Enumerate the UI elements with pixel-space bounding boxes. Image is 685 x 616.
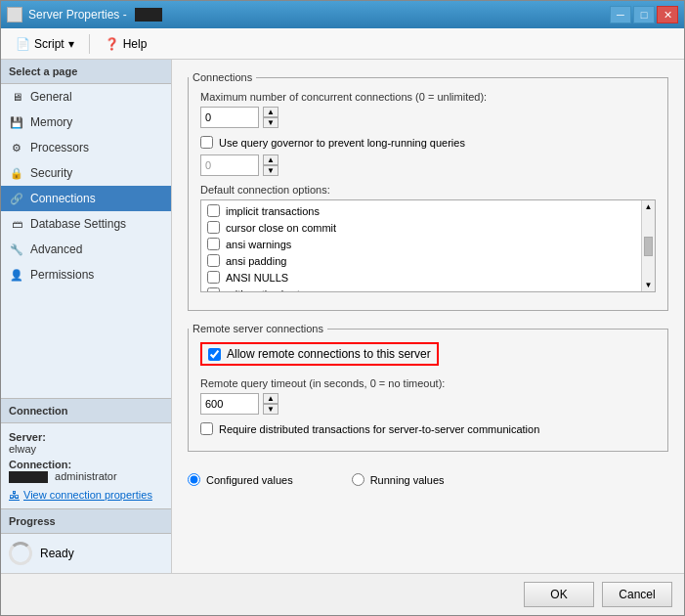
remote-timeout-input[interactable] <box>200 393 259 415</box>
server-value: elway <box>9 443 163 455</box>
help-button[interactable]: ❓ Help <box>98 33 154 55</box>
connection-section-title: Connection <box>1 399 171 423</box>
distributed-trans-checkbox[interactable] <box>200 422 213 435</box>
progress-status: Ready <box>40 547 74 560</box>
sidebar-item-permissions[interactable]: 👤 Permissions <box>1 262 171 287</box>
distributed-trans-label: Require distributed transactions for ser… <box>219 423 539 435</box>
progress-spinner <box>9 542 32 565</box>
option-cursor-close-checkbox[interactable] <box>207 221 220 234</box>
option-ansi-padding[interactable]: ansi padding <box>201 252 655 269</box>
connection-info: Server: elway Connection: administrator … <box>1 423 171 508</box>
option-implicit-transactions[interactable]: implicit transactions <box>201 202 655 219</box>
scroll-down[interactable]: ▼ <box>642 281 655 291</box>
option-ansi-warnings[interactable]: ansi warnings <box>201 236 655 252</box>
sidebar-item-connections[interactable]: 🔗 Connections <box>1 186 171 211</box>
option-label: ANSI NULLS <box>226 272 288 284</box>
default-options-label: Default connection options: <box>200 184 656 196</box>
help-label: Help <box>123 37 148 51</box>
max-connections-input[interactable] <box>200 107 259 128</box>
minimize-button[interactable]: ─ <box>610 6 631 23</box>
sidebar-item-memory[interactable]: 💾 Memory <box>1 110 171 135</box>
cancel-button[interactable]: Cancel <box>602 582 672 607</box>
close-button[interactable]: ✕ <box>657 6 678 23</box>
sidebar-item-advanced[interactable]: 🔧 Advanced <box>1 237 171 262</box>
connection-value: administrator <box>9 470 163 483</box>
radio-configured[interactable] <box>188 473 200 486</box>
server-label: Server: <box>9 431 163 443</box>
max-connections-down-btn[interactable]: ▼ <box>263 117 278 128</box>
option-arithmetic-abort[interactable]: arithmetic abort <box>201 286 655 292</box>
content-area: Connections Maximum number of concurrent… <box>172 60 684 573</box>
toolbar: 📄 Script ▾ ❓ Help <box>1 28 684 60</box>
sidebar-item-label: Permissions <box>30 268 94 282</box>
processors-icon: ⚙ <box>9 140 24 155</box>
connections-icon: 🔗 <box>9 191 24 206</box>
sidebar-item-label: Database Settings <box>30 217 126 231</box>
scroll-thumb[interactable] <box>644 237 653 256</box>
help-icon: ❓ <box>105 37 119 51</box>
sidebar-item-label: Processors <box>30 141 89 154</box>
query-governor-label: Use query governor to prevent long-runni… <box>219 137 465 149</box>
sidebar-section-title: Select a page <box>1 60 171 84</box>
title-bar: Server Properties - ─ □ ✕ <box>1 1 684 28</box>
option-arithmetic-abort-checkbox[interactable] <box>207 287 220 292</box>
max-connections-spinbox-row: ▲ ▼ <box>200 107 656 128</box>
connections-fieldset: Connections Maximum number of concurrent… <box>188 71 668 311</box>
radio-running-label: Running values <box>370 474 445 486</box>
option-ansi-nulls-checkbox[interactable] <box>207 271 220 284</box>
query-governor-spin-btns: ▲ ▼ <box>263 154 278 176</box>
options-list[interactable]: implicit transactions cursor close on co… <box>200 199 656 292</box>
script-dropdown-icon[interactable]: ▾ <box>68 37 74 51</box>
option-label: implicit transactions <box>226 205 320 217</box>
query-governor-input[interactable] <box>200 154 259 176</box>
allow-remote-label: Allow remote connections to this server <box>227 347 431 361</box>
sidebar-item-database-settings[interactable]: 🗃 Database Settings <box>1 211 171 237</box>
radio-group: Configured values Running values <box>188 463 668 494</box>
scroll-up[interactable]: ▲ <box>642 200 655 211</box>
allow-remote-checkbox[interactable] <box>208 348 221 361</box>
option-cursor-close-on-commit[interactable]: cursor close on commit <box>201 219 655 236</box>
script-button[interactable]: 📄 Script ▾ <box>9 33 81 55</box>
remote-timeout-down-btn[interactable]: ▼ <box>263 404 278 415</box>
query-governor-up-btn[interactable]: ▲ <box>263 154 278 165</box>
sidebar-item-label: General <box>30 90 72 104</box>
option-label: arithmetic abort <box>226 288 300 293</box>
radio-configured-row: Configured values <box>188 473 293 486</box>
sidebar-item-general[interactable]: 🖥 General <box>1 84 171 110</box>
remote-connections-fieldset: Remote server connections Allow remote c… <box>188 323 668 452</box>
maximize-button[interactable]: □ <box>633 6 655 23</box>
option-ansi-nulls[interactable]: ANSI NULLS <box>201 269 655 286</box>
sidebar-item-security[interactable]: 🔒 Security <box>1 160 171 186</box>
sidebar-item-label: Memory <box>30 115 72 129</box>
option-ansi-warnings-checkbox[interactable] <box>207 238 220 250</box>
toolbar-separator <box>89 34 90 54</box>
general-icon: 🖥 <box>9 89 24 105</box>
option-ansi-padding-checkbox[interactable] <box>207 254 220 267</box>
query-governor-checkbox[interactable] <box>200 136 213 149</box>
progress-section-title: Progress <box>1 509 171 534</box>
connection-name-redacted <box>9 471 48 483</box>
options-scrollbar[interactable]: ▲ ▼ <box>641 200 655 291</box>
sidebar-item-processors[interactable]: ⚙ Processors <box>1 135 171 160</box>
advanced-icon: 🔧 <box>9 242 24 257</box>
max-connections-up-btn[interactable]: ▲ <box>263 107 278 117</box>
remote-timeout-spin-btns: ▲ ▼ <box>263 393 278 415</box>
radio-running[interactable] <box>352 473 364 486</box>
script-icon: 📄 <box>16 37 30 51</box>
distributed-trans-row: Require distributed transactions for ser… <box>200 422 656 435</box>
main-content: Select a page 🖥 General 💾 Memory ⚙ Proce… <box>1 60 684 573</box>
script-label: Script <box>34 37 64 51</box>
option-implicit-transactions-checkbox[interactable] <box>207 204 220 217</box>
query-governor-down-btn[interactable]: ▼ <box>263 165 278 176</box>
title-controls: ─ □ ✕ <box>610 6 678 23</box>
remote-connections-legend: Remote server connections <box>189 323 327 334</box>
connections-content: Maximum number of concurrent connections… <box>189 83 667 310</box>
max-connections-spin-btns: ▲ ▼ <box>263 107 278 128</box>
ok-button[interactable]: OK <box>524 582 594 607</box>
link-icon: 🖧 <box>9 489 20 501</box>
sidebar: Select a page 🖥 General 💾 Memory ⚙ Proce… <box>1 60 172 573</box>
view-props-label: View connection properties <box>23 489 152 501</box>
option-label: ansi padding <box>226 255 286 267</box>
remote-timeout-up-btn[interactable]: ▲ <box>263 393 278 404</box>
view-connection-props-link[interactable]: 🖧 View connection properties <box>9 489 163 501</box>
